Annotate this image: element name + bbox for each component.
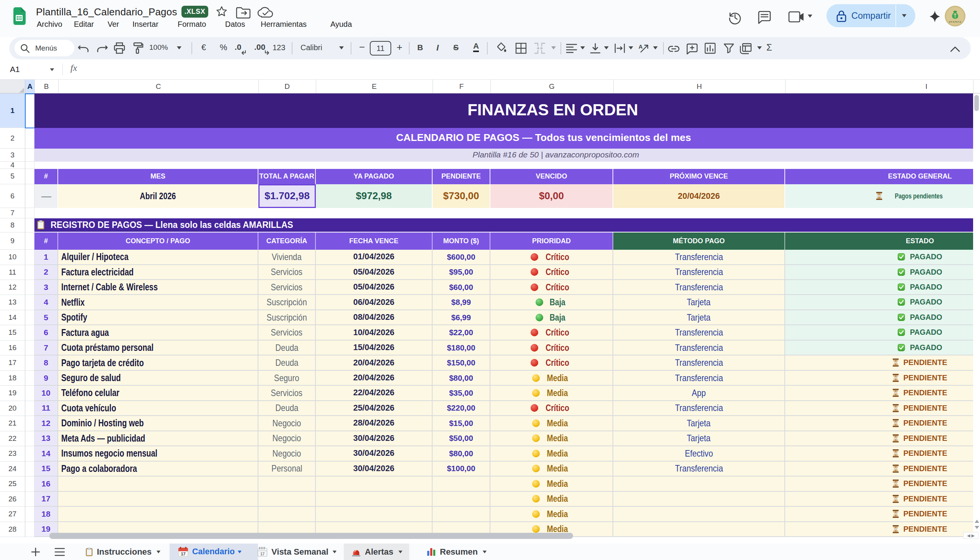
svg-text:17: 17 [260,552,265,556]
svg-text:A: A [638,43,643,50]
svg-text:17: 17 [181,552,185,556]
svg-text:AVANZA: AVANZA [948,20,962,23]
